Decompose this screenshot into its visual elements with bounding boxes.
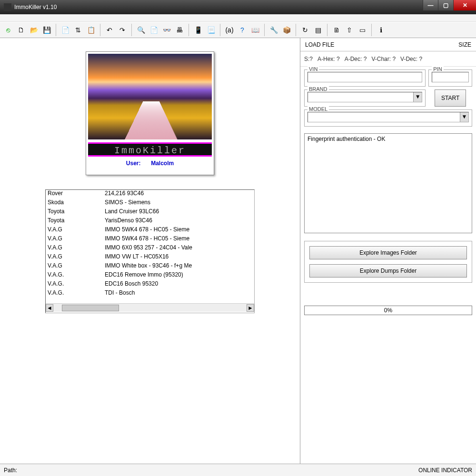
exit-icon[interactable]: ⎋ [2, 24, 14, 36]
explore-images-button[interactable]: Explore Images Folder [309, 246, 467, 259]
pin-group: PIN [428, 69, 472, 87]
toolbar: ⎋🗋📂💾📄⇅📋↶↷🔍📄👓🖶📱📃(a)?📖🔧📦↻▤🗎⇧▭ℹ [0, 22, 476, 38]
list-model: YarisDenso 93C46 [105, 217, 252, 226]
copy-icon[interactable]: 📄 [59, 24, 71, 36]
list-item[interactable]: V.A.GIMMO White box - 93C46 - f+g Me [46, 262, 254, 271]
list-item[interactable]: V.A.G.EDC16 Remove Immo (95320) [46, 271, 254, 280]
horizontal-scrollbar[interactable]: ◄ ► [46, 303, 254, 312]
list-model: IMMO White box - 93C46 - f+g Me [105, 262, 252, 271]
progress-label: 0% [305, 307, 472, 314]
scroll-right-icon[interactable]: ► [247, 304, 254, 312]
user-name: Malcolm [151, 160, 174, 167]
vin-input[interactable] [307, 72, 422, 82]
explore-group: Explore Images Folder Explore Dumps Fold… [304, 241, 472, 283]
menubar [0, 14, 476, 22]
list-item[interactable]: V.A.G.EDC16 Bosch 95320 [46, 280, 254, 289]
splash-image [88, 54, 212, 139]
list-item[interactable]: V.A.GIMMO VW LT - HC05X16 [46, 253, 254, 262]
scroll-left-icon[interactable]: ◄ [46, 304, 53, 312]
list-model: IMMO 5WK4 678 - HC05 - Sieme [105, 235, 252, 244]
chip-icon[interactable]: ▤ [312, 24, 324, 36]
list-brand: V.A.G [48, 262, 105, 271]
list-item[interactable]: SkodaSIMOS - Siemens [46, 199, 254, 208]
binoculars-icon[interactable]: 👓 [160, 24, 173, 36]
doc-open-icon[interactable]: 📂 [28, 24, 40, 36]
vehicle-list: Rover214,216 93C46SkodaSIMOS - SiemensTo… [45, 189, 255, 313]
list-brand: Toyota [48, 208, 105, 217]
minimize-button[interactable]: — [423, 0, 438, 10]
splash-frame: ImmoKiller User: Malcolm [86, 51, 214, 175]
right-pane: LOAD FILE SIZE S:? A-Hex: ? A-Dec: ? V-C… [300, 38, 476, 464]
vehicle-listbox[interactable]: Rover214,216 93C46SkodaSIMOS - SiemensTo… [46, 190, 254, 303]
close-button[interactable]: ✕ [453, 0, 476, 10]
titlebar: ImmoKiller v1.10 — ▢ ✕ [0, 0, 476, 14]
chevron-down-icon[interactable]: ▼ [413, 92, 422, 102]
toolbar-separator [369, 24, 372, 36]
toolbar-separator [53, 24, 56, 36]
print-icon[interactable]: 🖶 [173, 24, 186, 36]
list-item[interactable]: V.A.GIMMO 5WK4 678 - HC05 - Sieme [46, 226, 254, 235]
vin-group: VIN [304, 69, 426, 87]
maximize-button[interactable]: ▢ [438, 0, 453, 10]
app-icon [4, 3, 11, 11]
user-label: User: [126, 160, 141, 167]
list-item[interactable]: Rover214,216 93C46 [46, 190, 254, 199]
pin-input[interactable] [432, 72, 469, 82]
paste-icon[interactable]: 📋 [85, 24, 97, 36]
refresh-icon[interactable]: ↻ [299, 24, 311, 36]
help-icon[interactable]: ? [236, 24, 248, 36]
page-icon[interactable]: 📄 [148, 24, 160, 36]
window-title: ImmoKiller v1.10 [14, 4, 423, 10]
info-icon[interactable]: ℹ [375, 24, 387, 36]
updown-icon[interactable]: ⇅ [72, 24, 84, 36]
stat-s: S:? [304, 56, 313, 62]
toolbar-separator [186, 24, 189, 36]
list-model: IMMO 5WK4 678 - HC05 - Sieme [105, 226, 252, 235]
load-file-header: LOAD FILE SIZE [300, 38, 476, 51]
list-brand: Skoda [48, 199, 105, 208]
box-icon[interactable]: 📦 [280, 24, 293, 36]
list-item[interactable]: V.A.G.TDI - Bosch [46, 289, 254, 298]
wrench-icon[interactable]: 🔧 [268, 24, 280, 36]
stats-row: S:? A-Hex: ? A-Dec: ? V-Char: ? V-Dec: ? [300, 51, 476, 67]
doc-new-icon[interactable]: 🗋 [15, 24, 27, 36]
select-icon[interactable]: ▭ [356, 24, 368, 36]
window-buttons: — ▢ ✕ [423, 0, 476, 14]
up-icon[interactable]: ⇧ [343, 24, 356, 36]
toolbar-separator [98, 24, 100, 36]
page2-icon[interactable]: 📃 [205, 24, 217, 36]
find-icon[interactable]: 🔍 [135, 24, 147, 36]
brand-select[interactable]: ▼ [307, 92, 422, 102]
doc-save-icon[interactable]: 💾 [40, 24, 53, 36]
list-item[interactable]: ToyotaLand Cruiser 93LC66 [46, 208, 254, 217]
undo-icon[interactable]: ↶ [103, 24, 116, 36]
load-file-label: LOAD FILE [305, 41, 334, 48]
app-window: ImmoKiller v1.10 — ▢ ✕ ⎋🗋📂💾📄⇅📋↶↷🔍📄👓🖶📱📃(a… [0, 0, 476, 476]
toolbar-separator [129, 24, 132, 36]
path-label: Path: [4, 467, 17, 474]
pin-label: PIN [432, 66, 443, 72]
list-brand: V.A.G. [48, 280, 105, 289]
list-item[interactable]: V.A.GIMMO 5WK4 678 - HC05 - Sieme [46, 235, 254, 244]
model-select[interactable]: ▼ [307, 112, 469, 122]
list-item[interactable]: V.A.GIMMO 6X0 953 257 - 24C04 - Vale [46, 244, 254, 253]
list-item[interactable]: ToyotaYarisDenso 93C46 [46, 217, 254, 226]
list-brand: Toyota [48, 217, 105, 226]
list-model: TDI - Bosch [105, 289, 252, 298]
statusbar: Path: ONLINE INDICATOR [0, 464, 476, 476]
list-brand: Rover [48, 190, 105, 199]
redo-icon[interactable]: ↷ [116, 24, 129, 36]
list-model: IMMO 6X0 953 257 - 24C04 - Vale [105, 244, 252, 253]
scroll-thumb[interactable] [62, 305, 119, 311]
explore-dumps-button[interactable]: Explore Dumps Folder [309, 264, 467, 278]
start-button[interactable]: START [435, 89, 466, 107]
list-brand: V.A.G. [48, 289, 105, 298]
hex-icon[interactable]: (a) [223, 24, 236, 36]
online-indicator-label: ONLINE INDICATOR [418, 467, 472, 474]
list-brand: V.A.G. [48, 271, 105, 280]
list-model: EDC16 Bosch 95320 [105, 280, 252, 289]
book-icon[interactable]: 📖 [249, 24, 261, 36]
calc-icon[interactable]: 📱 [192, 24, 204, 36]
chevron-down-icon[interactable]: ▼ [460, 112, 468, 122]
doc2-icon[interactable]: 🗎 [330, 24, 343, 36]
